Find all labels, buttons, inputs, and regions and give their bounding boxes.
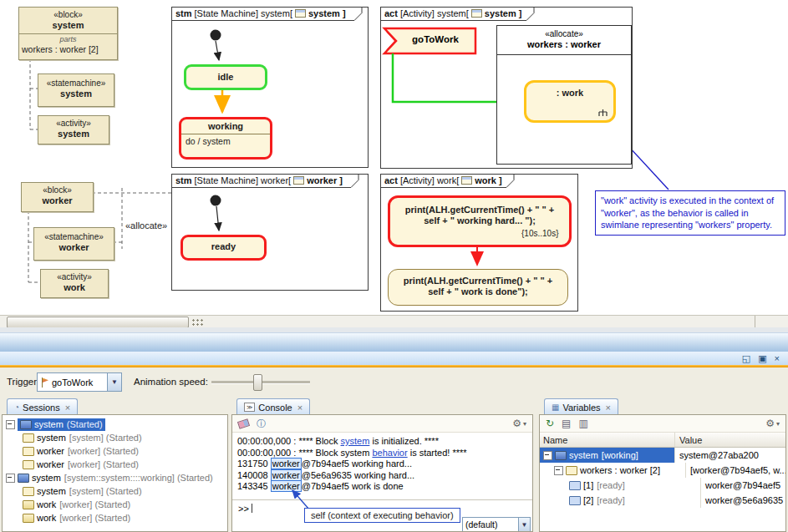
variable-row[interactable]: [1] [ready] worker@7b94aef5 [540,478,785,493]
activity-system-element[interactable]: «activity» system [38,115,109,144]
chevron-down-icon[interactable]: ▾ [776,420,780,428]
selected-session[interactable]: system (Started) [18,418,105,431]
accept-event-label[interactable]: goToWork [402,34,469,44]
simulation-toolbar: Trigger: goToWork ▼ Animation speed: [0,367,788,398]
action-working-hard[interactable]: print(ALH.getCurrentTime() + " " + self … [388,195,572,247]
session-row[interactable]: system [system] (Started) [3,431,227,444]
instance-icon [569,496,581,505]
animation-speed-label: Animation speed: [134,377,208,387]
scrollbar-divider [755,316,755,328]
tab-console[interactable]: ≫ Console × [236,398,310,415]
tab-variables[interactable]: ▦ Variables × [544,398,618,415]
close-panel-icon[interactable]: × [775,352,780,364]
chevron-down-icon: ▼ [111,378,118,386]
session-row[interactable]: work [worker] (Started) [3,511,227,524]
column-header-value[interactable]: Value [675,435,785,445]
self-tooltip: self (context of executing behavior) [304,508,460,523]
session-row[interactable]: worker [worker] (Started) [3,444,227,458]
console-body: ⓘ ⚙ ▾ 00:00:00,000 : **** Block system i… [231,414,533,532]
variable-row[interactable]: system [working] system@27aba200 [540,448,785,463]
action-work-done[interactable]: print(ALH.getCurrentTime() + " " + self … [388,269,568,306]
diagram-canvas[interactable]: «block» system parts workers : worker [2… [0,0,788,315]
state-working[interactable]: working do / system [179,117,272,160]
language-combobox[interactable]: (default) ▼ [462,517,531,532]
swimlane-header: «allocate» workers : worker [497,26,631,55]
combo-dropdown-button[interactable]: ▼ [518,518,530,531]
diagram-icon [295,9,306,18]
statemachine-worker-element[interactable]: «statemachine» worker [33,227,114,261]
close-icon[interactable]: × [297,403,302,413]
session-row[interactable]: worker [worker] (Started) [3,458,227,471]
object-link[interactable]: behavior [372,448,407,458]
console-panel: ≫ Console × ⓘ ⚙ ▾ 00:00:00,000 : **** Bl… [231,398,533,532]
animation-speed-slider-thumb[interactable] [253,374,262,391]
gear-icon[interactable]: ⚙ [512,418,521,429]
compartment-divider [19,33,117,34]
activity-work-element[interactable]: «activity» work [40,269,109,298]
variables-table-header: Name Value [540,433,785,448]
state-ready[interactable]: ready [180,235,267,261]
collapse-toggle-icon[interactable] [6,474,15,483]
collapse-toggle-icon[interactable] [6,420,15,429]
block-worker-element[interactable]: «block» worker [21,182,94,212]
close-icon[interactable]: × [606,403,611,413]
clear-console-icon[interactable] [237,418,250,429]
variables-panel: ▦ Variables × ↻ ▤ ▥ ⚙ ▾ Name Value [539,398,786,532]
statemachine-icon [23,447,34,456]
sessions-tree[interactable]: system (Started) system [system] (Starte… [2,414,228,532]
restore-window-icon[interactable]: ◱ [742,352,750,364]
variables-body: ↻ ▤ ▥ ⚙ ▾ Name Value system [working] [539,414,786,532]
session-row[interactable]: work [worker] (Started) [3,498,227,511]
collapse-toggle-icon[interactable] [543,451,552,460]
object-reference[interactable]: worker [271,469,302,481]
computer-icon [20,420,32,429]
block-system-element[interactable]: «block» system parts workers : worker [2… [18,7,118,60]
allocate-dependency-label: «allocate» [125,220,167,231]
trigger-combobox[interactable]: goToWork ▼ [37,372,122,392]
export-icon[interactable]: ▤ [562,418,571,429]
column-header-name[interactable]: Name [540,433,675,447]
collapse-toggle-icon[interactable] [554,466,563,475]
frame-stm-worker[interactable] [171,174,369,291]
combo-dropdown-button[interactable]: ▼ [107,373,121,391]
part-property-icon [566,466,577,475]
rake-icon [597,109,608,117]
duration-constraint: {10s..10s} [521,229,558,238]
import-icon[interactable]: ▥ [578,418,587,429]
frame-header-stm-system: stm[State Machine] system[ system ] [175,8,346,18]
trigger-label: Trigger: [7,377,39,387]
console-icon: ≫ [244,403,255,412]
object-reference[interactable]: worker [271,458,302,469]
variable-row[interactable]: [2] [ready] worker@5e6a9635 [540,493,785,508]
gear-icon[interactable]: ⚙ [765,418,775,429]
object-link[interactable]: system [341,436,370,446]
frame-header-act-work: act[Activity] work[ work ] [384,175,502,185]
computer-icon [18,474,29,483]
tab-sessions[interactable]: ◔ Sessions × [7,398,78,415]
horizontal-scrollbar[interactable] [0,315,788,328]
refresh-icon[interactable]: ↻ [546,418,554,429]
call-behavior-action-work[interactable]: : work [524,80,616,123]
pin-icon[interactable]: ▣ [758,352,766,364]
statemachine-icon [23,460,34,469]
variables-toolbar: ↻ ▤ ▥ ⚙ ▾ [540,415,785,433]
statemachine-system-element[interactable]: «statemachine» system [38,73,114,107]
statemachine-icon [23,433,34,443]
comment-note[interactable]: "work" activity is executed in the conte… [595,190,785,236]
statemachine-icon [23,487,34,496]
chevron-down-icon[interactable]: ▾ [523,420,526,428]
console-toolbar: ⓘ ⚙ ▾ [232,415,532,433]
state-idle[interactable]: idle [184,64,267,90]
variable-row[interactable]: workers : worker [2] [worker@7b94aef5, w… [540,463,785,478]
collapsed-panel-bar[interactable] [0,332,788,352]
info-icon[interactable]: ⓘ [257,418,266,430]
close-icon[interactable]: × [65,403,70,413]
scrollbar-thumb[interactable] [7,317,189,328]
session-row[interactable]: system [system::system::::working] (Star… [3,471,227,484]
frame-header-act-system: act[Activity] system[ system ] [384,8,521,18]
frame-header-stm-worker: stm[State Machine] worker[ worker ] [175,175,343,185]
panel-titlebar[interactable]: ◱ ▣ × [0,352,788,366]
splitter-grip[interactable] [191,318,205,326]
session-row[interactable]: system (Started) [3,418,227,431]
session-row[interactable]: system [system] (Started) [3,484,227,498]
